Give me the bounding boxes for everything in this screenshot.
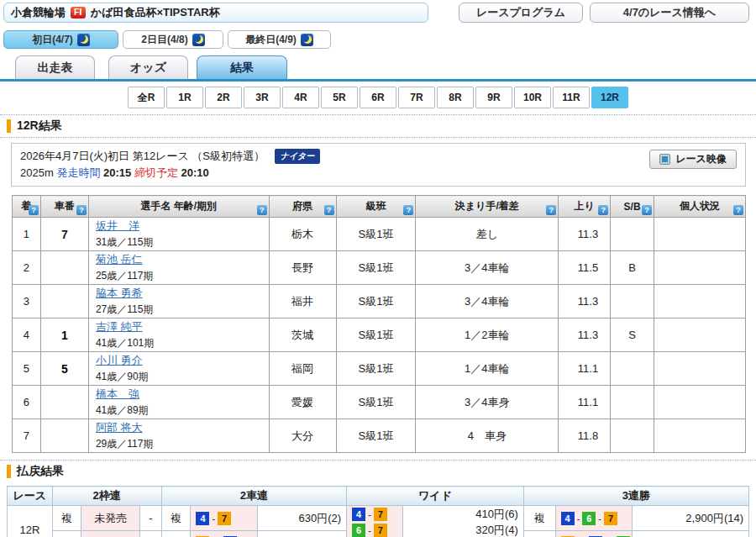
race-tab-10r[interactable]: 10R xyxy=(514,87,551,108)
margin-cell: 1／4車輪 xyxy=(416,352,559,386)
help-icon[interactable]: ? xyxy=(546,205,556,215)
race-tab-5r[interactable]: 5R xyxy=(321,87,358,108)
rider-cell: 阿部 将大29歳／117期 xyxy=(88,419,269,453)
col-rider: 選手名 年齢/期別? xyxy=(88,196,269,218)
class-cell: S級1班 xyxy=(336,218,416,251)
sanrensho-combo: 4-6-7 xyxy=(555,506,632,531)
race-tab-7r[interactable]: 7R xyxy=(398,87,435,108)
rider-link[interactable]: 橋本 強 xyxy=(96,387,139,400)
race-tab-9r[interactable]: 9R xyxy=(475,87,512,108)
race-tab-3r[interactable]: 3R xyxy=(244,87,281,108)
help-icon[interactable]: ? xyxy=(76,205,87,215)
race-program-button[interactable]: レースプログラム xyxy=(459,3,583,23)
race-tab-2r[interactable]: 2R xyxy=(205,87,242,108)
race-video-button[interactable]: レース映像 xyxy=(649,150,737,169)
car-number-cell: 2 xyxy=(40,419,88,453)
race-tab-8r[interactable]: 8R xyxy=(437,87,474,108)
rider-age: 25歳／117期 xyxy=(96,269,269,283)
wide-pay: 320円(4) xyxy=(403,522,523,537)
col-margin: 決まり手/着差? xyxy=(416,196,559,218)
lap-cell: 11.3 xyxy=(559,319,611,352)
lap-cell: 11.3 xyxy=(559,285,611,319)
race-tab-1r[interactable]: 1R xyxy=(166,87,203,108)
race-number-tabs: 全R 1R 2R 3R 4R 5R 6R 7R 8R 9R 10R 11R 12… xyxy=(0,87,756,108)
rider-link[interactable]: 脇本 勇希 xyxy=(96,287,143,299)
col-class: 級班? xyxy=(336,196,416,218)
rider-age: 29歳／117期 xyxy=(96,437,269,451)
payout-section-header: 払戻結果 xyxy=(0,460,756,482)
top-header: 小倉競輪場 FⅠ かば田食品杯×TIPSTAR杯 レースプログラム 4/7のレー… xyxy=(0,0,756,23)
car-number-cell: 5 xyxy=(40,352,88,386)
help-icon[interactable]: ? xyxy=(598,205,608,215)
pref-cell: 福井 xyxy=(269,285,336,319)
payout-col-wide: ワイド xyxy=(347,487,524,506)
car-chip: 4 xyxy=(561,512,575,525)
help-icon[interactable]: ? xyxy=(642,205,652,215)
payout-race-id: 12R xyxy=(8,506,53,537)
sharen-combo: 7→4 xyxy=(191,530,257,537)
car-chip: 7 xyxy=(218,512,231,525)
status-cell xyxy=(654,319,746,352)
race-tab-11r[interactable]: 11R xyxy=(553,87,590,108)
close-time-label: 締切予定 xyxy=(134,166,178,179)
race-video-label: レース映像 xyxy=(675,151,727,167)
rider-link[interactable]: 吉澤 純平 xyxy=(96,320,143,333)
class-cell: S級1班 xyxy=(336,319,416,352)
col-status: 個人状況? xyxy=(654,196,746,218)
table-row: 6 3 橋本 強41歳／89期 愛媛 S級1班 3／4車身 11.1 xyxy=(13,386,746,419)
sanrensho-combo: 7→4→6 xyxy=(555,530,632,537)
tab-startlist[interactable]: 出走表 xyxy=(15,55,95,79)
day-tab-day2[interactable]: 2日目(4/8) xyxy=(123,30,223,49)
car-chip: 4 xyxy=(352,508,365,521)
payout-row-fuku: 12R 複 未発売 - 複 4-7 630円(2) 4-7 6-7 4-6 41… xyxy=(8,506,749,531)
car-chip: 7 xyxy=(374,508,387,521)
rider-cell: 小川 勇介41歳／90期 xyxy=(88,352,269,386)
results-table: 着? 車番? 選手名 年齢/期別? 府県? 級班? 決まり手/着差? 上り? S… xyxy=(12,195,746,453)
help-icon[interactable]: ? xyxy=(29,205,39,215)
day-tab-label: 初日(4/7) xyxy=(32,33,73,47)
race-date-line: 2026年4月7日(火)初日 第12レース （S級初特選） ナイター xyxy=(20,148,737,165)
rider-link[interactable]: 阿部 将大 xyxy=(96,421,143,434)
wakuren-pay: - xyxy=(139,530,161,537)
help-icon[interactable]: ? xyxy=(733,205,743,215)
rank-cell: 4 xyxy=(13,319,41,352)
sharen-pay: 630円(2) xyxy=(257,506,346,531)
status-cell xyxy=(654,251,746,285)
col-sb-label: S/B xyxy=(624,201,641,213)
race-tab-6r[interactable]: 6R xyxy=(360,87,396,108)
help-icon[interactable]: ? xyxy=(403,205,413,215)
race-tab-4r[interactable]: 4R xyxy=(282,87,319,108)
day-tab-final[interactable]: 最終日(4/9) xyxy=(228,30,331,49)
bet-type: 複 xyxy=(523,506,555,531)
rider-age: 27歳／115期 xyxy=(96,303,269,317)
day-race-info-button[interactable]: 4/7のレース情報へ xyxy=(590,3,749,23)
bet-type: 単 xyxy=(52,530,81,537)
rider-link[interactable]: 小川 勇介 xyxy=(96,354,143,366)
sb-cell: S xyxy=(611,319,654,352)
pref-cell: 愛媛 xyxy=(269,386,336,419)
race-tab-all[interactable]: 全R xyxy=(128,87,165,108)
tab-results[interactable]: 結果 xyxy=(197,55,287,79)
sb-cell xyxy=(611,218,654,251)
day-tab-day1[interactable]: 初日(4/7) xyxy=(3,30,118,49)
help-icon[interactable]: ? xyxy=(257,205,267,215)
results-header-row: 着? 車番? 選手名 年齢/期別? 府県? 級班? 決まり手/着差? 上り? S… xyxy=(13,196,746,218)
class-cell: S級1班 xyxy=(336,419,416,453)
rider-link[interactable]: 菊池 岳仁 xyxy=(96,253,143,266)
col-pref: 府県? xyxy=(269,196,336,218)
bet-type: 複 xyxy=(52,506,81,531)
close-time-value: 20:10 xyxy=(181,166,209,179)
margin-cell: 3／4車輪 xyxy=(416,285,559,319)
bet-type: 複 xyxy=(161,506,191,531)
tab-odds[interactable]: オッズ xyxy=(108,55,188,79)
pref-cell: 福岡 xyxy=(269,352,336,386)
pref-cell: 長野 xyxy=(269,251,336,285)
car-chip: 7 xyxy=(374,524,387,537)
margin-cell: 3／4車身 xyxy=(416,386,559,419)
rider-link[interactable]: 坂井 洋 xyxy=(96,219,139,232)
help-icon[interactable]: ? xyxy=(324,205,334,215)
race-tab-12r[interactable]: 12R xyxy=(591,87,628,108)
wide-pays: 410円(6) 320円(4) 1,810円(20) xyxy=(402,506,523,537)
race-time-line: 2025m 発走時間 20:15 締切予定 20:10 xyxy=(20,165,737,182)
night-race-icon xyxy=(301,34,313,46)
